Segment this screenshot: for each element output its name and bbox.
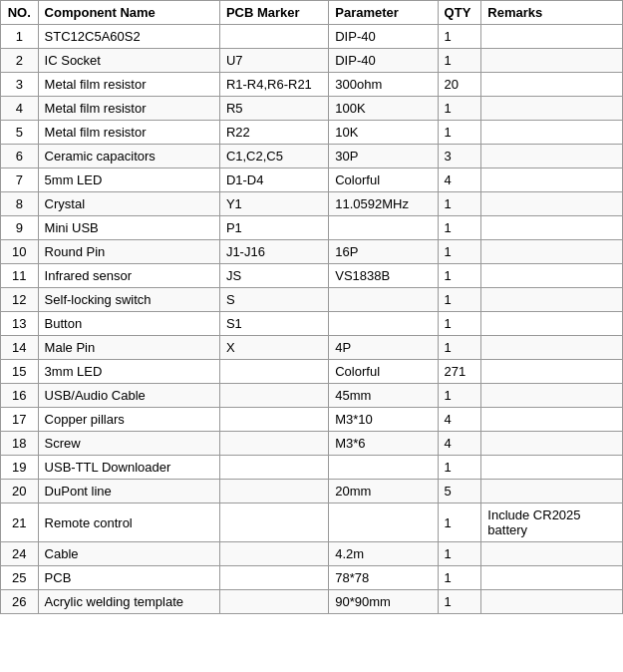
cell-no: 16 bbox=[1, 384, 39, 408]
cell-pcb bbox=[219, 384, 328, 408]
table-row: 5Metal film resistorR2210K1 bbox=[1, 121, 623, 145]
cell-qty: 1 bbox=[438, 336, 481, 360]
cell-no: 19 bbox=[1, 456, 39, 480]
cell-pcb bbox=[219, 542, 328, 566]
cell-param: DIP-40 bbox=[329, 25, 438, 49]
cell-pcb bbox=[219, 566, 328, 590]
cell-no: 15 bbox=[1, 360, 39, 384]
cell-param: 300ohm bbox=[329, 73, 438, 97]
cell-name: Mini USB bbox=[38, 216, 219, 240]
cell-no: 9 bbox=[1, 216, 39, 240]
table-row: 153mm LEDColorful271 bbox=[1, 360, 623, 384]
cell-qty: 1 bbox=[438, 192, 481, 216]
cell-qty: 1 bbox=[438, 590, 481, 614]
table-row: 9Mini USBP11 bbox=[1, 216, 623, 240]
cell-param: 4.2m bbox=[329, 542, 438, 566]
cell-remarks bbox=[481, 384, 623, 408]
cell-param: 16P bbox=[329, 240, 438, 264]
cell-remarks bbox=[481, 25, 623, 49]
cell-name: Button bbox=[38, 312, 219, 336]
cell-no: 1 bbox=[1, 25, 39, 49]
cell-name: Male Pin bbox=[38, 336, 219, 360]
table-row: 6Ceramic capacitorsC1,C2,C530P3 bbox=[1, 145, 623, 168]
cell-remarks bbox=[481, 336, 623, 360]
cell-remarks bbox=[481, 192, 623, 216]
cell-remarks bbox=[481, 168, 623, 192]
table-row: 11Infrared sensorJSVS1838B1 bbox=[1, 264, 623, 288]
table-row: 4Metal film resistorR5100K1 bbox=[1, 97, 623, 121]
cell-qty: 1 bbox=[438, 25, 481, 49]
cell-remarks bbox=[481, 121, 623, 145]
cell-name: Cable bbox=[38, 542, 219, 566]
cell-pcb bbox=[219, 456, 328, 480]
cell-name: Remote control bbox=[38, 504, 219, 542]
cell-remarks bbox=[481, 432, 623, 456]
table-row: 1STC12C5A60S2DIP-401 bbox=[1, 25, 623, 49]
cell-pcb bbox=[219, 432, 328, 456]
cell-qty: 20 bbox=[438, 73, 481, 97]
cell-remarks bbox=[481, 240, 623, 264]
cell-remarks bbox=[481, 480, 623, 504]
cell-no: 24 bbox=[1, 542, 39, 566]
cell-no: 7 bbox=[1, 168, 39, 192]
cell-name: USB-TTL Downloader bbox=[38, 456, 219, 480]
cell-remarks bbox=[481, 566, 623, 590]
header-no: NO. bbox=[1, 1, 39, 25]
cell-no: 4 bbox=[1, 97, 39, 121]
table-row: 19USB-TTL Downloader1 bbox=[1, 456, 623, 480]
cell-pcb: X bbox=[219, 336, 328, 360]
table-row: 21Remote control1Include CR2025 battery bbox=[1, 504, 623, 542]
cell-param: 78*78 bbox=[329, 566, 438, 590]
cell-no: 18 bbox=[1, 432, 39, 456]
cell-name: Ceramic capacitors bbox=[38, 145, 219, 168]
cell-name: Crystal bbox=[38, 192, 219, 216]
cell-name: Metal film resistor bbox=[38, 73, 219, 97]
cell-param: VS1838B bbox=[329, 264, 438, 288]
cell-param: DIP-40 bbox=[329, 49, 438, 73]
table-row: 75mm LEDD1-D4Colorful4 bbox=[1, 168, 623, 192]
cell-qty: 4 bbox=[438, 432, 481, 456]
cell-qty: 1 bbox=[438, 240, 481, 264]
cell-remarks bbox=[481, 590, 623, 614]
cell-no: 14 bbox=[1, 336, 39, 360]
cell-remarks bbox=[481, 49, 623, 73]
cell-remarks bbox=[481, 73, 623, 97]
cell-name: DuPont line bbox=[38, 480, 219, 504]
table-row: 3Metal film resistorR1-R4,R6-R21300ohm20 bbox=[1, 73, 623, 97]
cell-param: 30P bbox=[329, 145, 438, 168]
table-row: 17Copper pillarsM3*104 bbox=[1, 408, 623, 432]
cell-name: USB/Audio Cable bbox=[38, 384, 219, 408]
cell-no: 26 bbox=[1, 590, 39, 614]
cell-name: Metal film resistor bbox=[38, 97, 219, 121]
cell-param: 4P bbox=[329, 336, 438, 360]
table-row: 8CrystalY111.0592MHz1 bbox=[1, 192, 623, 216]
cell-qty: 3 bbox=[438, 145, 481, 168]
cell-param bbox=[329, 456, 438, 480]
cell-no: 6 bbox=[1, 145, 39, 168]
cell-pcb: P1 bbox=[219, 216, 328, 240]
cell-qty: 1 bbox=[438, 264, 481, 288]
cell-qty: 1 bbox=[438, 384, 481, 408]
cell-remarks bbox=[481, 145, 623, 168]
cell-name: Infrared sensor bbox=[38, 264, 219, 288]
table-row: 16USB/Audio Cable45mm1 bbox=[1, 384, 623, 408]
cell-remarks bbox=[481, 456, 623, 480]
cell-no: 11 bbox=[1, 264, 39, 288]
components-table: NO. Component Name PCB Marker Parameter … bbox=[0, 0, 623, 614]
cell-qty: 1 bbox=[438, 456, 481, 480]
table-row: 12Self-locking switchS1 bbox=[1, 288, 623, 312]
cell-name: Self-locking switch bbox=[38, 288, 219, 312]
cell-no: 17 bbox=[1, 408, 39, 432]
cell-param: 100K bbox=[329, 97, 438, 121]
cell-param bbox=[329, 216, 438, 240]
cell-param bbox=[329, 288, 438, 312]
cell-qty: 271 bbox=[438, 360, 481, 384]
cell-qty: 1 bbox=[438, 566, 481, 590]
cell-qty: 1 bbox=[438, 504, 481, 542]
cell-pcb: D1-D4 bbox=[219, 168, 328, 192]
cell-remarks: Include CR2025 battery bbox=[481, 504, 623, 542]
cell-qty: 1 bbox=[438, 288, 481, 312]
cell-remarks bbox=[481, 216, 623, 240]
cell-remarks bbox=[481, 312, 623, 336]
table-row: 20DuPont line20mm5 bbox=[1, 480, 623, 504]
